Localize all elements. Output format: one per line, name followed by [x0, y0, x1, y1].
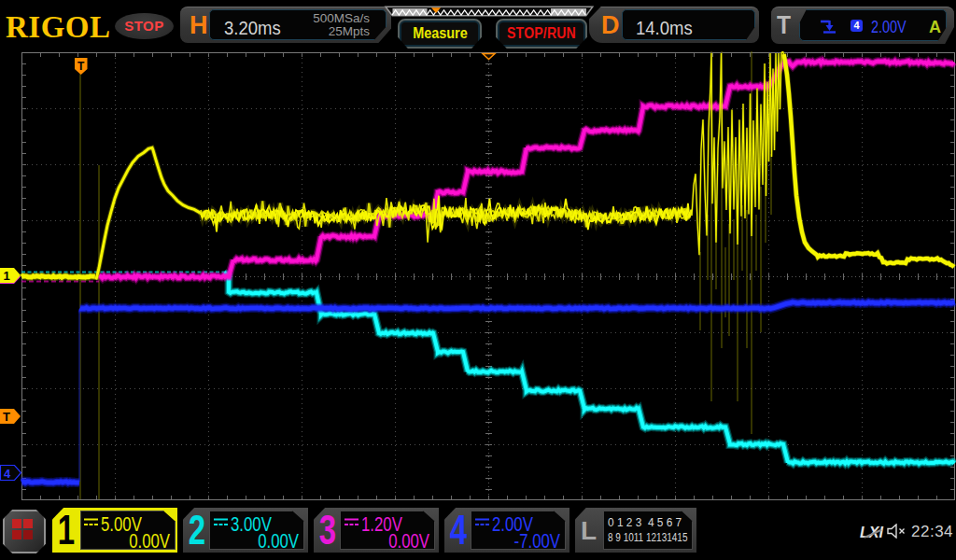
svg-text:T: T — [77, 60, 85, 73]
svg-text:4: 4 — [4, 467, 11, 481]
svg-text:1: 1 — [3, 269, 9, 283]
svg-text:T: T — [3, 410, 10, 424]
